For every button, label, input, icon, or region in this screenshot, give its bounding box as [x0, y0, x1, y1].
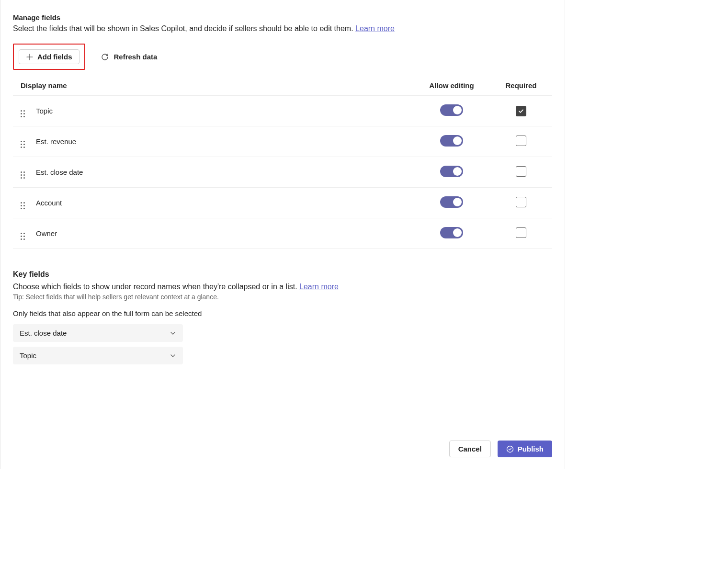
- drag-handle-cell: [13, 96, 32, 126]
- allow-editing-toggle[interactable]: [440, 166, 463, 177]
- toolbar: Add fields Refresh data: [13, 44, 552, 70]
- required-checkbox[interactable]: [516, 106, 526, 116]
- chevron-down-icon: [170, 330, 176, 337]
- manage-fields-desc-text: Select the fields that will be shown in …: [13, 24, 355, 33]
- required-checkbox[interactable]: [516, 166, 526, 177]
- cancel-button[interactable]: Cancel: [449, 441, 491, 457]
- field-name: Owner: [32, 218, 413, 249]
- add-fields-highlight: Add fields: [13, 44, 85, 70]
- drag-handle-icon[interactable]: [21, 171, 25, 179]
- required-cell: [490, 157, 552, 188]
- chevron-down-icon: [170, 352, 176, 359]
- allow-editing-cell: [413, 218, 490, 249]
- key-fields-title: Key fields: [13, 270, 552, 279]
- refresh-label: Refresh data: [114, 53, 158, 61]
- refresh-button[interactable]: Refresh data: [97, 50, 161, 64]
- add-fields-button[interactable]: Add fields: [19, 49, 79, 64]
- col-required: Required: [490, 77, 552, 96]
- drag-handle-cell: [13, 218, 32, 249]
- required-cell: [490, 188, 552, 218]
- required-cell: [490, 126, 552, 157]
- allow-editing-toggle[interactable]: [440, 196, 463, 208]
- field-name: Est. revenue: [32, 126, 413, 157]
- allow-editing-cell: [413, 126, 490, 157]
- key-learn-more-link[interactable]: Learn more: [299, 283, 339, 291]
- required-checkbox[interactable]: [516, 136, 526, 146]
- allow-editing-toggle[interactable]: [440, 135, 463, 147]
- key-field-select[interactable]: Topic: [13, 347, 183, 364]
- field-name: Account: [32, 188, 413, 218]
- field-name: Topic: [32, 96, 413, 126]
- manage-fields-panel: Manage fields Select the fields that wil…: [0, 0, 565, 469]
- publish-label: Publish: [518, 445, 544, 453]
- drag-handle-icon[interactable]: [21, 202, 25, 209]
- key-fields-desc: Choose which fields to show under record…: [13, 283, 552, 291]
- key-field-select-value: Topic: [20, 351, 36, 360]
- learn-more-link[interactable]: Learn more: [355, 24, 395, 33]
- allow-editing-cell: [413, 188, 490, 218]
- required-checkbox[interactable]: [516, 227, 526, 238]
- drag-handle-icon[interactable]: [21, 141, 25, 148]
- allow-editing-cell: [413, 96, 490, 126]
- allow-editing-toggle[interactable]: [440, 104, 463, 116]
- table-row: Est. close date: [13, 157, 552, 188]
- drag-handle-cell: [13, 157, 32, 188]
- required-cell: [490, 218, 552, 249]
- key-fields-section: Key fields Choose which fields to show u…: [13, 270, 552, 364]
- allow-editing-toggle[interactable]: [440, 227, 463, 238]
- drag-handle-cell: [13, 126, 32, 157]
- key-fields-note: Only fields that also appear on the full…: [13, 309, 552, 317]
- check-circle-icon: [506, 445, 514, 453]
- refresh-icon: [101, 53, 109, 61]
- required-cell: [490, 96, 552, 126]
- drag-handle-icon[interactable]: [21, 110, 25, 117]
- key-fields-desc-text: Choose which fields to show under record…: [13, 283, 299, 291]
- col-allow-editing: Allow editing: [413, 77, 490, 96]
- key-fields-tip: Tip: Select fields that will help seller…: [13, 293, 552, 301]
- manage-fields-desc: Select the fields that will be shown in …: [13, 24, 552, 33]
- plus-icon: [26, 53, 34, 61]
- add-fields-label: Add fields: [37, 53, 72, 61]
- required-checkbox[interactable]: [516, 197, 526, 207]
- field-name: Est. close date: [32, 157, 413, 188]
- key-field-select-value: Est. close date: [20, 329, 67, 337]
- fields-table: Display name Allow editing Required Topi…: [13, 77, 552, 249]
- col-display-name: Display name: [13, 77, 413, 96]
- table-row: Account: [13, 188, 552, 218]
- publish-button[interactable]: Publish: [498, 441, 552, 457]
- drag-handle-cell: [13, 188, 32, 218]
- drag-handle-icon[interactable]: [21, 233, 25, 240]
- manage-fields-title: Manage fields: [13, 13, 552, 22]
- table-row: Est. revenue: [13, 126, 552, 157]
- table-row: Owner: [13, 218, 552, 249]
- key-field-select[interactable]: Est. close date: [13, 324, 183, 342]
- allow-editing-cell: [413, 157, 490, 188]
- table-row: Topic: [13, 96, 552, 126]
- footer-actions: Cancel Publish: [449, 441, 552, 457]
